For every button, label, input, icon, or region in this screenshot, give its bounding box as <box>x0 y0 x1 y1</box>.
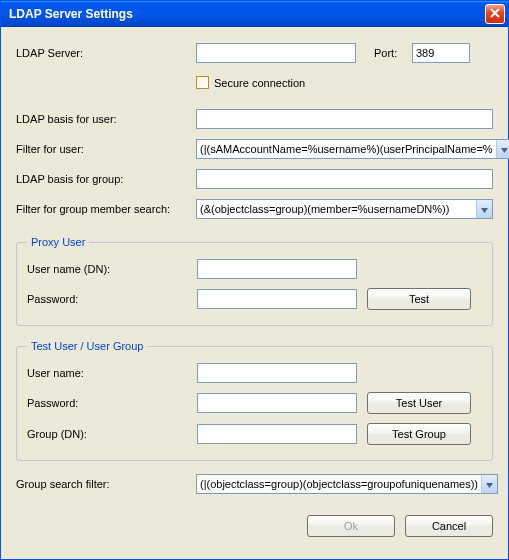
group-search-filter-label: Group search filter: <box>16 478 196 490</box>
titlebar: LDAP Server Settings <box>1 1 508 27</box>
secure-connection-label: Secure connection <box>214 77 305 89</box>
proxy-user-group: Proxy User User name (DN): Password: Tes… <box>16 236 493 326</box>
ok-button[interactable]: Ok <box>307 515 395 537</box>
proxy-username-label: User name (DN): <box>27 263 197 275</box>
ldap-basis-group-label: LDAP basis for group: <box>16 173 196 185</box>
proxy-password-input[interactable] <box>197 289 357 309</box>
cancel-button[interactable]: Cancel <box>405 515 493 537</box>
proxy-test-button[interactable]: Test <box>367 288 471 310</box>
test-group-input[interactable] <box>197 424 357 444</box>
filter-user-value: (|(sAMAccountName=%username%)(userPrinci… <box>197 143 496 155</box>
chevron-down-icon <box>486 478 493 490</box>
secure-connection-checkbox[interactable] <box>196 76 209 89</box>
test-user-group: Test User / User Group User name: Passwo… <box>16 340 493 461</box>
filter-group-member-combo[interactable]: (&(objectclass=group)(member=%usernameDN… <box>196 199 493 219</box>
filter-user-label: Filter for user: <box>16 143 196 155</box>
dialog-content: LDAP Server: Port: Secure connection LDA… <box>1 27 508 559</box>
proxy-username-input[interactable] <box>197 259 357 279</box>
chevron-down-icon <box>501 143 508 155</box>
close-button[interactable] <box>485 4 505 24</box>
ldap-settings-dialog: LDAP Server Settings LDAP Server: Port: … <box>0 0 509 560</box>
proxy-user-legend: Proxy User <box>27 236 89 248</box>
test-group-label: Group (DN): <box>27 428 197 440</box>
filter-group-member-label: Filter for group member search: <box>16 203 196 215</box>
test-user-legend: Test User / User Group <box>27 340 147 352</box>
filter-group-member-value: (&(objectclass=group)(member=%usernameDN… <box>197 203 476 215</box>
group-search-filter-combo[interactable]: (|(objectclass=group)(objectclass=groupo… <box>196 474 498 494</box>
group-search-filter-dropdown-button[interactable] <box>481 475 497 493</box>
dialog-footer: Ok Cancel <box>16 503 493 537</box>
test-group-button[interactable]: Test Group <box>367 423 471 445</box>
filter-group-member-dropdown-button[interactable] <box>476 200 492 218</box>
test-password-input[interactable] <box>197 393 357 413</box>
test-user-button[interactable]: Test User <box>367 392 471 414</box>
filter-user-dropdown-button[interactable] <box>496 140 509 158</box>
port-input[interactable] <box>412 43 470 63</box>
close-icon <box>490 7 500 21</box>
test-username-input[interactable] <box>197 363 357 383</box>
filter-user-combo[interactable]: (|(sAMAccountName=%username%)(userPrinci… <box>196 139 509 159</box>
port-label: Port: <box>374 47 412 59</box>
test-password-label: Password: <box>27 397 197 409</box>
ldap-basis-user-label: LDAP basis for user: <box>16 113 196 125</box>
ldap-basis-group-input[interactable] <box>196 169 493 189</box>
group-search-filter-value: (|(objectclass=group)(objectclass=groupo… <box>197 478 481 490</box>
ldap-basis-user-input[interactable] <box>196 109 493 129</box>
ldap-server-label: LDAP Server: <box>16 47 196 59</box>
test-username-label: User name: <box>27 367 197 379</box>
chevron-down-icon <box>481 203 488 215</box>
ldap-server-input[interactable] <box>196 43 356 63</box>
proxy-password-label: Password: <box>27 293 197 305</box>
window-title: LDAP Server Settings <box>9 7 485 21</box>
